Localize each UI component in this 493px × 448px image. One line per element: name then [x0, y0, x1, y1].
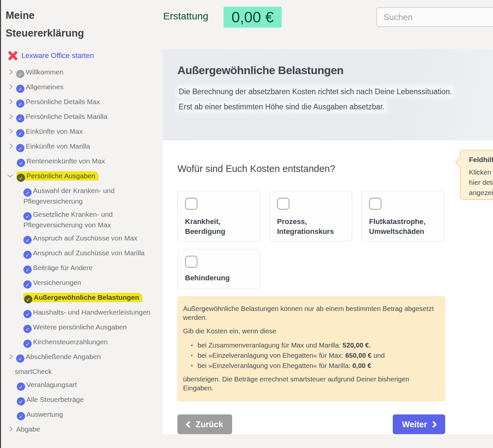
- sidebar-item-zuschuesse-marilla[interactable]: Anspruch auf Zuschüsse von Marilla: [1, 246, 163, 261]
- sidebar-item-veranlagungsart[interactable]: Veranlagungsart: [1, 378, 163, 393]
- check-icon: [16, 129, 24, 137]
- chevron-right-icon[interactable]: [8, 128, 13, 134]
- sidebar-item-allgemeines[interactable]: Allgemeines: [1, 80, 163, 95]
- chevron-right-icon: [430, 421, 437, 428]
- check-icon: [23, 251, 32, 259]
- check-icon: [23, 340, 32, 348]
- refund-value-badge: 0,00 €: [224, 7, 282, 28]
- chevron-down-icon[interactable]: [8, 172, 13, 178]
- sidebar-item-weitere-persoenliche-ausgaben[interactable]: Weitere persönliche Ausgaben: [1, 320, 163, 335]
- info-box: Außergewöhnliche Belastungen können nur …: [177, 296, 445, 401]
- feldhilfe-tooltip: Feldhilfe Klicken S hier deta angezeig: [460, 150, 493, 200]
- description-line-2: Erst ab einer bestimmten Höhe sind die A…: [177, 102, 386, 111]
- option-card-behinderung[interactable]: Behinderung: [177, 249, 260, 289]
- checkbox[interactable]: [185, 256, 198, 268]
- check-icon: [23, 325, 32, 333]
- option-card-flutkatastrophe-umweltschaeden[interactable]: Flutkatastrophe, Umweltschäden: [361, 191, 444, 241]
- sidebar-item-persoenliche-ausgaben[interactable]: Persönliche Ausgaben: [1, 169, 163, 184]
- lexware-office-link[interactable]: Lexware Office starten: [8, 51, 163, 61]
- chevron-right-icon[interactable]: [8, 69, 13, 74]
- lexware-link-label: Lexware Office starten: [21, 51, 94, 60]
- chevron-right-icon[interactable]: [8, 84, 13, 89]
- check-icon: [17, 174, 25, 182]
- chevron-right-icon[interactable]: [8, 99, 13, 104]
- sidebar-title: Meine Steuererklärung: [6, 7, 114, 42]
- check-icon: [17, 382, 25, 391]
- option-card-krankheit-beerdigung[interactable]: Krankheit, Beerdigung: [177, 191, 260, 241]
- back-button[interactable]: Zurück: [177, 414, 232, 434]
- check-icon: [16, 70, 24, 78]
- sidebar-item-willkommen[interactable]: Willkommen: [1, 65, 163, 80]
- sidebar-nav: Willkommen Allgemeines Persönliche Detai…: [1, 65, 163, 435]
- check-icon: [23, 266, 32, 274]
- info-bullet-list: bei Zusammenveranlagung für Max und Mari…: [191, 341, 435, 370]
- next-button[interactable]: Weiter: [393, 414, 445, 434]
- main-panel: Außergewöhnliche Belastungen Die Berechn…: [163, 49, 493, 434]
- sidebar-item-renteneinkuenfte-max[interactable]: Renteneinkünfte von Max: [1, 154, 163, 169]
- info-line-1: Außergewöhnliche Belastungen können nur …: [183, 304, 435, 322]
- check-icon: [17, 159, 25, 167]
- sidebar-item-abschliessende-angaben[interactable]: Abschließende Angaben: [1, 350, 163, 365]
- checkbox[interactable]: [277, 198, 290, 210]
- option-card-prozess-integrationskurs[interactable]: Prozess, Integrationskurs: [269, 191, 352, 241]
- navigation-buttons: Zurück Weiter: [177, 414, 445, 434]
- check-icon: [23, 212, 32, 220]
- form-content: Wofür sind Euch Kosten entstanden? Krank…: [163, 163, 493, 434]
- question-label: Wofür sind Euch Kosten entstanden?: [177, 163, 493, 174]
- sidebar-item-smartcheck[interactable]: smartCheck: [1, 365, 163, 378]
- check-icon: [16, 354, 24, 363]
- check-icon: [17, 397, 25, 406]
- feldhilfe-text-line: hier deta: [469, 177, 493, 187]
- info-bullet: bei »Einzelveranlagung von Ehegatten« fü…: [191, 361, 435, 370]
- sidebar: Meine Steuererklärung Lexware Office sta…: [1, 0, 163, 435]
- sidebar-item-auswahl-krankenversicherung[interactable]: Auswahl der Kranken- und Pflegeversicher…: [1, 184, 163, 208]
- search-input[interactable]: [376, 7, 493, 27]
- feldhilfe-title: Feldhilfe: [469, 156, 493, 164]
- sidebar-item-gesetzliche-krankenversicherung[interactable]: Gesetzliche Kranken- und Pflegeversicher…: [1, 208, 163, 231]
- checkbox[interactable]: [369, 198, 382, 210]
- sidebar-item-kirchensteuerzahlungen[interactable]: Kirchensteuerzahlungen: [1, 335, 163, 350]
- check-icon: [23, 310, 32, 318]
- check-icon: [17, 412, 25, 420]
- check-icon: [24, 295, 32, 303]
- feldhilfe-text-line: angezeig: [469, 187, 493, 198]
- sidebar-item-einkuenfte-max[interactable]: Einkünfte von Max: [1, 125, 163, 139]
- sidebar-item-auswertung[interactable]: Auswertung: [1, 407, 163, 422]
- sidebar-item-einkuenfte-marilla[interactable]: Einkünfte von Marilla: [1, 139, 163, 154]
- info-line-3: übersteigen. Die Beträge errechnet smart…: [183, 375, 435, 392]
- feldhilfe-text-line: Klicken S: [469, 167, 493, 177]
- lexware-x-logo-icon: [8, 51, 17, 61]
- check-icon: [16, 114, 24, 123]
- sidebar-item-abgabe[interactable]: Abgabe: [1, 422, 163, 435]
- sidebar-item-beitraege-andere[interactable]: Beiträge für Andere: [1, 261, 163, 276]
- sidebar-item-versicherungen[interactable]: Versicherungen: [1, 276, 163, 291]
- sidebar-item-aussergewoehnliche-belastungen[interactable]: Außergewöhnliche Belastungen: [1, 291, 163, 305]
- checkbox[interactable]: [185, 198, 198, 210]
- sidebar-item-persoenliche-details-max[interactable]: Persönliche Details Max: [1, 95, 163, 110]
- sidebar-item-persoenliche-details-marilla[interactable]: Persönliche Details Marilla: [1, 110, 163, 125]
- info-bullet: bei »Einzelveranlagung von Ehegatten« fü…: [191, 351, 435, 360]
- chevron-right-icon[interactable]: [8, 143, 13, 149]
- check-icon: [16, 99, 24, 108]
- chevron-right-icon[interactable]: [8, 354, 13, 359]
- info-line-2: Gib die Kosten ein, wenn diese: [183, 326, 435, 335]
- check-icon: [23, 280, 32, 289]
- chevron-right-icon[interactable]: [8, 114, 13, 119]
- sidebar-item-haushalts-handwerkerleistungen[interactable]: Haushalts- und Handwerkerleistungen: [1, 305, 163, 320]
- page-header: Außergewöhnliche Belastungen Die Berechn…: [163, 49, 493, 140]
- option-cards-row: Krankheit, Beerdigung Prozess, Integrati…: [177, 191, 493, 241]
- sidebar-item-zuschuesse-max[interactable]: Anspruch auf Zuschüsse von Max: [1, 231, 163, 246]
- sidebar-item-alle-steuerbetraege[interactable]: Alle Steuerbeträge: [1, 393, 163, 407]
- page-description: Die Berechnung der absetzbaren Kosten ri…: [177, 84, 483, 114]
- check-icon: [16, 144, 24, 152]
- page-title: Außergewöhnliche Belastungen: [177, 64, 483, 77]
- refund-label: Erstattung: [163, 11, 208, 22]
- check-icon: [23, 188, 32, 197]
- info-bullet: bei Zusammenveranlagung für Max und Mari…: [191, 341, 435, 350]
- description-line-1: Die Berechnung der absetzbaren Kosten ri…: [177, 87, 453, 96]
- chevron-right-icon[interactable]: [8, 426, 13, 432]
- chevron-left-icon: [186, 421, 193, 428]
- check-icon: [16, 85, 24, 93]
- check-icon: [23, 236, 32, 244]
